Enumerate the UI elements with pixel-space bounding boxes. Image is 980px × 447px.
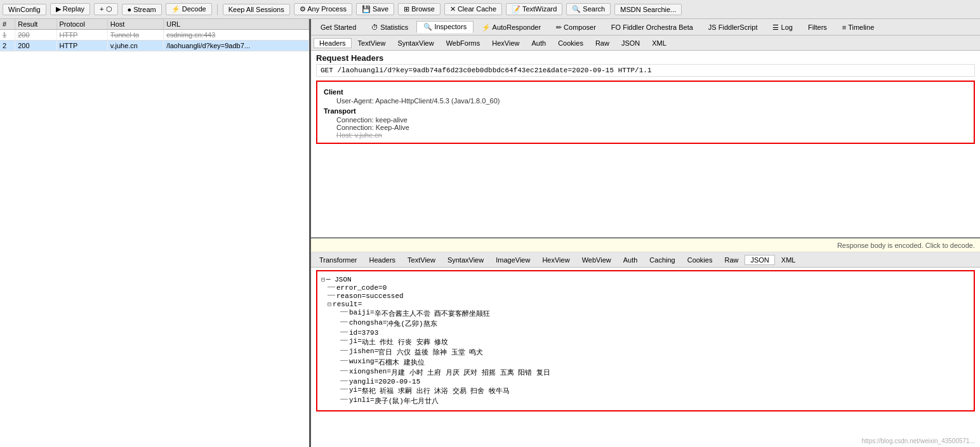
response-sub-tab[interactable]: Caching <box>644 255 680 265</box>
json-dash-icon: ── <box>340 396 348 403</box>
response-sub-tab[interactable]: Transformer <box>314 255 363 265</box>
right-panel: Get Started⏱ Statistics🔍 Inspectors⚡ Aut… <box>311 19 980 447</box>
json-key: yi <box>349 386 357 394</box>
clear-cache-button[interactable]: ✕ Clear Cache <box>444 3 502 15</box>
save-button[interactable]: 💾 Save <box>356 3 394 15</box>
json-node: ──ji=动土 作灶 行丧 安葬 修坟 <box>328 337 970 347</box>
winconfig-button[interactable]: WinConfig <box>3 4 46 15</box>
right-top-tabs: Get Started⏱ Statistics🔍 Inspectors⚡ Aut… <box>311 19 980 36</box>
request-sub-tab[interactable]: SyntaxView <box>392 38 439 48</box>
response-sub-tab[interactable]: WebView <box>576 255 617 265</box>
any-process-button[interactable]: ⚙ Any Process <box>294 3 352 15</box>
json-val: successed <box>366 292 403 300</box>
table-cell: HTTP <box>56 41 107 51</box>
json-val: 辛不合酱主人不尝 酉不宴客醉坐颠狂 <box>374 309 491 318</box>
response-sub-tab[interactable]: TextView <box>402 255 441 265</box>
json-node: ──wuxing=石榴木 建执位 <box>328 358 970 367</box>
table-cell: 200 <box>15 30 56 41</box>
right-top-tab[interactable]: ☰ Log <box>765 22 799 33</box>
table-cell: HTTP <box>56 30 107 41</box>
response-sub-tab[interactable]: Raw <box>718 255 744 265</box>
col-header-num: # <box>0 19 15 30</box>
table-cell: v.juhe.cn <box>107 41 163 51</box>
json-val: 月建 小时 土府 月厌 厌对 招摇 五离 阳错 复日 <box>391 368 550 377</box>
json-key: result <box>333 301 358 308</box>
json-node: ──jishen=官日 六仪 益後 除神 玉堂 鸣犬 <box>328 347 970 357</box>
table-row[interactable]: 2200HTTPv.juhe.cn/laohuangli/d?key=9adb7… <box>0 41 309 51</box>
decode-bar[interactable]: Response body is encoded. Click to decod… <box>311 238 980 252</box>
right-top-tab[interactable]: ≡ Timeline <box>835 22 881 32</box>
decode-button[interactable]: ⚡ Decode <box>166 3 212 15</box>
right-top-tab[interactable]: Get Started <box>314 22 363 32</box>
left-panel: # Result Protocol Host URL 1200HTTPTunne… <box>0 19 311 447</box>
response-section: TransformerHeadersTextViewSyntaxViewImag… <box>311 252 980 447</box>
json-key: xiongshen <box>349 368 387 375</box>
request-sub-tab[interactable]: HexView <box>486 38 525 48</box>
table-cell: csdnimg.cn:443 <box>164 30 309 41</box>
sessions-table: # Result Protocol Host URL 1200HTTPTunne… <box>0 19 309 51</box>
response-sub-tab[interactable]: Headers <box>364 255 402 265</box>
response-sub-tab[interactable]: Auth <box>618 255 644 265</box>
table-cell: Tunnel to <box>107 30 163 41</box>
json-node: ──reason=successed <box>328 292 970 300</box>
json-val: 动土 作灶 行丧 安葬 修坟 <box>362 337 448 347</box>
replay-button[interactable]: ▶ Replay <box>50 3 90 15</box>
json-val: 庚子(鼠)年七月廿八 <box>374 396 439 406</box>
request-body-box: ClientUser-Agent: Apache-HttpClient/4.5.… <box>316 81 975 144</box>
right-top-tab[interactable]: ✏ Composer <box>549 22 603 33</box>
request-header-item: Connection: keep-alive <box>324 116 967 124</box>
json-node: ──id=3793 <box>328 329 970 337</box>
stream-button[interactable]: ● Stream <box>122 4 162 15</box>
request-header-item: Host: v.juhe.cn <box>324 131 967 139</box>
right-top-tab[interactable]: JS FiddlerScript <box>701 22 765 32</box>
json-dash-icon: ── <box>340 368 348 375</box>
json-dash-icon: ── <box>340 347 348 354</box>
request-content: Request Headers GET /laohuangli/d?key=9a… <box>311 51 980 237</box>
json-dash-icon: ── <box>340 309 348 316</box>
request-sub-tab[interactable]: WebForms <box>440 38 486 48</box>
search-button[interactable]: 🔍 Search <box>566 3 611 15</box>
msdn-button[interactable]: MSDN Searchie... <box>614 4 682 15</box>
json-val: 3793 <box>362 329 378 337</box>
response-sub-tab[interactable]: JSON <box>745 255 774 265</box>
request-url-line: GET /laohuangli/d?key=9adb74af6d23c0eb0d… <box>316 64 975 77</box>
response-sub-tab[interactable]: HexView <box>536 255 575 265</box>
request-sub-tab[interactable]: Raw <box>590 38 615 48</box>
main-layout: # Result Protocol Host URL 1200HTTPTunne… <box>0 19 980 447</box>
right-top-tab[interactable]: ⚡ AutoResponder <box>475 22 548 33</box>
json-dash-icon: ── <box>340 386 348 393</box>
request-sub-tab[interactable]: Cookies <box>552 38 589 48</box>
response-sub-tab[interactable]: Cookies <box>682 255 718 265</box>
json-node: ──yi=祭祀 祈福 求嗣 出行 沐浴 交易 扫舍 牧牛马 <box>328 386 970 396</box>
response-sub-tab[interactable]: SyntaxView <box>442 255 489 265</box>
keep-sessions-button[interactable]: Keep All Sessions <box>223 4 290 15</box>
textwizard-button[interactable]: 📝 TextWizard <box>506 3 562 15</box>
json-dash-icon: ── <box>340 378 348 385</box>
add-button[interactable]: + ⬡ <box>94 3 117 15</box>
json-key: reason <box>336 292 362 300</box>
json-key: wuxing <box>349 358 374 365</box>
table-row[interactable]: 1200HTTPTunnel tocsdnimg.cn:443 <box>0 30 309 41</box>
right-top-tab[interactable]: Filters <box>801 22 834 32</box>
request-sub-tab[interactable]: JSON <box>616 38 646 48</box>
json-dash-icon: ── <box>328 284 335 291</box>
json-node: ──yangli=2020-09-15 <box>328 378 970 385</box>
request-headers-title: Request Headers <box>316 53 975 63</box>
request-sub-tab[interactable]: XML <box>646 38 672 48</box>
response-sub-tabs: TransformerHeadersTextViewSyntaxViewImag… <box>311 252 980 268</box>
right-top-tab[interactable]: 🔍 Inspectors <box>416 21 473 33</box>
response-sub-tab[interactable]: ImageView <box>490 255 536 265</box>
col-header-result: Result <box>15 19 56 30</box>
response-sub-tab[interactable]: XML <box>776 255 802 265</box>
json-val: 石榴木 建执位 <box>378 358 425 367</box>
request-sub-tab[interactable]: Headers <box>314 38 352 48</box>
json-key: yangli <box>349 378 374 385</box>
json-expand-icon[interactable]: ⊟ <box>328 301 331 308</box>
top-toolbar: WinConfig ▶ Replay + ⬡ ● Stream ⚡ Decode… <box>0 0 980 19</box>
right-top-tab[interactable]: FO Fiddler Orchestra Beta <box>604 22 700 32</box>
request-sub-tab[interactable]: TextView <box>352 38 392 48</box>
json-key: error_code <box>336 284 378 292</box>
browse-button[interactable]: ⊞ Browse <box>398 3 440 15</box>
request-sub-tab[interactable]: Auth <box>526 38 552 48</box>
right-top-tab[interactable]: ⏱ Statistics <box>364 22 415 32</box>
